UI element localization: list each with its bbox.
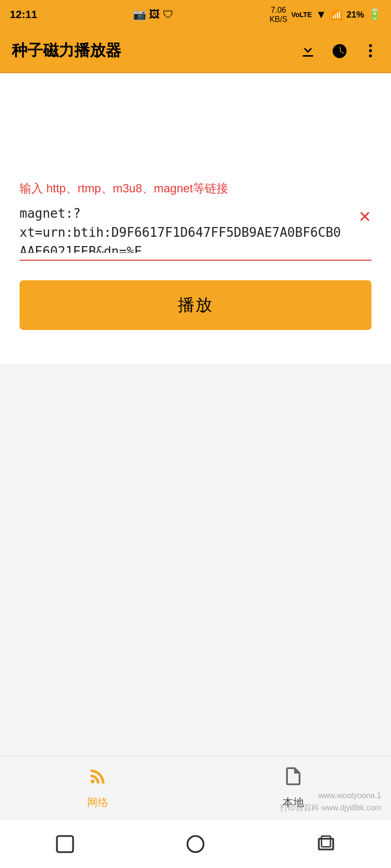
app-title: 种子磁力播放器 [12, 40, 121, 62]
empty-content-area [0, 364, 391, 667]
main-content: 输入 http、rtmp、m3u8、magnet等链接 magnet:?xt=u… [0, 161, 391, 364]
svg-point-4 [187, 836, 203, 852]
back-button[interactable] [54, 833, 76, 855]
watermark-line2: 打印自百科 www.djydlbk.com [280, 802, 381, 814]
input-label: 输入 http、rtmp、m3u8、magnet等链接 [20, 181, 371, 196]
app-bar: 种子磁力播放器 [0, 29, 391, 73]
history-button[interactable] [330, 42, 348, 60]
system-nav-bar [0, 819, 391, 868]
vpn-icon: 🛡 [163, 8, 174, 21]
wifi-icon: ▼ [316, 8, 326, 21]
svg-point-2 [369, 55, 372, 58]
local-nav-icon [282, 765, 304, 791]
status-bar: 12:11 📷 🖼 🛡 7.06 KB/S VoLTE ▼ 📶 21% 🔋 [0, 0, 391, 29]
top-spacer [0, 73, 391, 161]
svg-point-1 [369, 49, 372, 52]
app-bar-actions [299, 42, 379, 60]
status-time: 12:11 [10, 8, 37, 21]
download-button[interactable] [299, 42, 317, 60]
signal-icon: 📶 [330, 9, 343, 21]
more-options-button[interactable] [362, 42, 379, 60]
watermark-line1: www.wootyoona.1 [280, 789, 381, 802]
recents-button[interactable] [315, 833, 337, 855]
clear-input-button[interactable]: ✕ [358, 209, 371, 225]
network-nav-label: 网络 [87, 795, 109, 810]
svg-rect-6 [321, 836, 330, 847]
nav-item-network[interactable]: 网络 [87, 765, 109, 810]
url-input-wrapper: magnet:?xt=urn:btih:D9F6617F1D647FF5DB9A… [20, 204, 371, 261]
status-icons: 📷 🖼 🛡 [133, 8, 174, 21]
url-input[interactable]: magnet:?xt=urn:btih:D9F6617F1D647FF5DB9A… [20, 204, 347, 253]
volte-icon: VoLTE [291, 11, 312, 19]
play-button[interactable]: 播放 [20, 280, 371, 330]
status-right-area: 7.06 KB/S VoLTE ▼ 📶 21% 🔋 [269, 5, 381, 24]
battery-icon: 🔋 [368, 8, 381, 21]
notification-icon: 📷 [133, 8, 146, 21]
battery-text: 21% [347, 10, 364, 20]
svg-rect-3 [57, 836, 73, 852]
network-nav-icon [87, 765, 109, 791]
home-button[interactable] [185, 833, 206, 855]
image-icon: 🖼 [149, 8, 160, 21]
network-speed: 7.06 KB/S [269, 5, 287, 24]
svg-point-0 [369, 44, 372, 47]
play-button-wrapper: 播放 [20, 280, 371, 330]
watermark: www.wootyoona.1 打印自百科 www.djydlbk.com [280, 789, 381, 814]
